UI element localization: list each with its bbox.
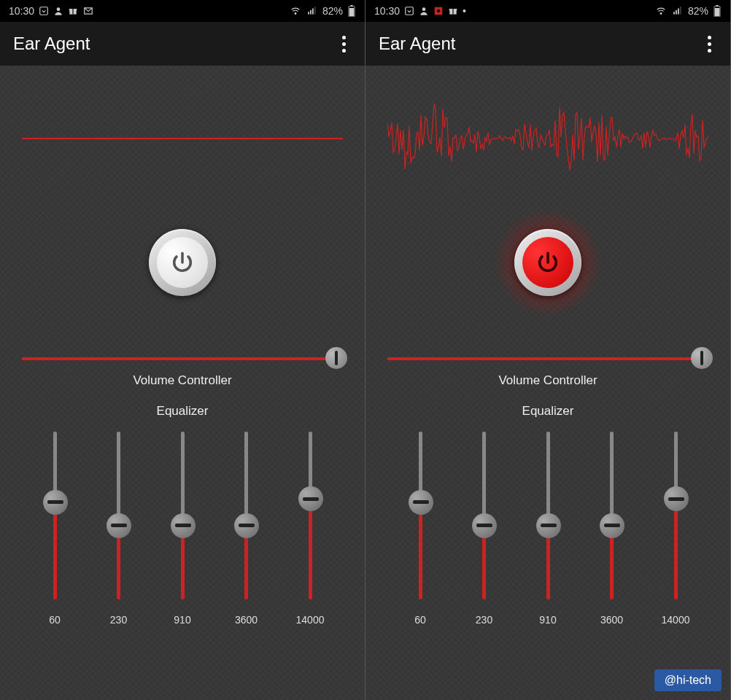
power-icon xyxy=(170,250,195,275)
eq-slider[interactable] xyxy=(181,432,185,599)
volume-label: Volume Controller xyxy=(498,373,597,388)
signal-icon xyxy=(672,6,684,16)
svg-rect-23 xyxy=(678,9,679,15)
eq-band: 60 xyxy=(29,432,80,626)
svg-rect-8 xyxy=(312,9,314,15)
phone-screen-on: 10:30 • 82% xyxy=(366,0,731,700)
svg-point-14 xyxy=(422,7,426,11)
power-toggle-button[interactable] xyxy=(149,229,216,296)
svg-rect-7 xyxy=(310,10,312,15)
app-notif-icon xyxy=(433,6,444,16)
gift-icon xyxy=(68,6,78,16)
svg-rect-0 xyxy=(40,7,48,15)
eq-slider[interactable] xyxy=(610,432,614,599)
mail-icon xyxy=(82,6,94,16)
down-icon xyxy=(404,6,414,16)
eq-slider[interactable] xyxy=(53,432,57,599)
svg-rect-27 xyxy=(715,8,719,16)
svg-point-5 xyxy=(295,13,296,15)
eq-freq-label: 14000 xyxy=(296,614,325,626)
svg-point-16 xyxy=(437,9,441,13)
phone-screen-off: 10:30 82% xyxy=(0,0,366,700)
eq-band: 910 xyxy=(522,432,573,626)
main-content: Volume Controller Equalizer 602309103600… xyxy=(0,66,365,700)
eq-band: 60 xyxy=(395,432,446,626)
svg-rect-21 xyxy=(673,12,675,15)
eq-freq-label: 3600 xyxy=(600,614,623,626)
volume-label: Volume Controller xyxy=(133,373,231,388)
status-battery: 82% xyxy=(322,5,343,17)
equalizer-label: Equalizer xyxy=(522,404,574,419)
eq-band: 910 xyxy=(157,432,208,626)
power-icon xyxy=(535,250,560,275)
eq-band: 230 xyxy=(93,432,144,626)
equalizer: 60230910360014000 xyxy=(387,432,708,626)
eq-freq-label: 910 xyxy=(174,614,190,626)
svg-rect-22 xyxy=(676,10,677,15)
eq-band: 14000 xyxy=(650,432,701,626)
overflow-menu-button[interactable] xyxy=(336,30,352,58)
battery-icon xyxy=(347,5,356,17)
wifi-icon xyxy=(654,6,668,16)
eq-slider[interactable] xyxy=(546,432,550,599)
eq-freq-label: 60 xyxy=(414,614,426,626)
eq-slider[interactable] xyxy=(482,432,486,599)
svg-rect-6 xyxy=(308,12,309,15)
svg-point-20 xyxy=(660,13,662,15)
eq-band: 3600 xyxy=(587,432,638,626)
eq-band: 3600 xyxy=(221,432,272,626)
more-notifs-dot: • xyxy=(463,5,466,17)
waveform-display xyxy=(22,88,343,190)
app-title: Ear Agent xyxy=(13,34,90,54)
eq-slider[interactable] xyxy=(117,432,120,599)
status-bar: 10:30 82% xyxy=(0,0,365,22)
signal-icon xyxy=(306,6,318,16)
eq-freq-label: 230 xyxy=(110,614,127,626)
svg-rect-19 xyxy=(452,9,453,15)
app-title-bar: Ear Agent xyxy=(366,22,730,66)
status-bar: 10:30 • 82% xyxy=(366,0,730,22)
eq-band: 230 xyxy=(459,432,510,626)
main-content: Volume Controller Equalizer 602309103600… xyxy=(366,66,730,700)
eq-freq-label: 230 xyxy=(476,614,492,626)
eq-freq-label: 14000 xyxy=(662,614,690,626)
svg-rect-12 xyxy=(349,8,354,16)
user-icon xyxy=(53,6,63,16)
eq-slider[interactable] xyxy=(419,432,422,599)
equalizer-label: Equalizer xyxy=(157,404,209,419)
eq-slider[interactable] xyxy=(309,432,312,599)
eq-slider[interactable] xyxy=(244,432,248,599)
equalizer: 60230910360014000 xyxy=(22,432,343,626)
svg-rect-24 xyxy=(680,7,681,15)
svg-point-1 xyxy=(57,7,61,11)
volume-slider[interactable] xyxy=(22,357,343,360)
app-title: Ear Agent xyxy=(379,34,455,54)
svg-rect-4 xyxy=(72,9,73,15)
watermark: @hi-tech xyxy=(654,669,722,691)
overflow-menu-button[interactable] xyxy=(702,30,717,58)
volume-slider[interactable] xyxy=(387,357,708,360)
svg-rect-9 xyxy=(314,7,316,15)
eq-freq-label: 3600 xyxy=(235,614,258,626)
status-time: 10:30 xyxy=(374,5,400,17)
eq-band: 14000 xyxy=(285,432,336,626)
app-title-bar: Ear Agent xyxy=(0,22,365,66)
status-battery: 82% xyxy=(688,5,708,17)
eq-slider[interactable] xyxy=(674,432,678,599)
gift-icon xyxy=(448,6,458,16)
waveform-display xyxy=(387,88,708,190)
power-toggle-button[interactable] xyxy=(514,229,581,296)
battery-icon xyxy=(713,5,722,17)
svg-rect-13 xyxy=(406,7,414,15)
down-icon xyxy=(39,6,49,16)
eq-freq-label: 60 xyxy=(49,614,61,626)
user-icon xyxy=(419,6,429,16)
wifi-icon xyxy=(289,6,302,16)
eq-freq-label: 910 xyxy=(539,614,556,626)
status-time: 10:30 xyxy=(9,5,34,17)
